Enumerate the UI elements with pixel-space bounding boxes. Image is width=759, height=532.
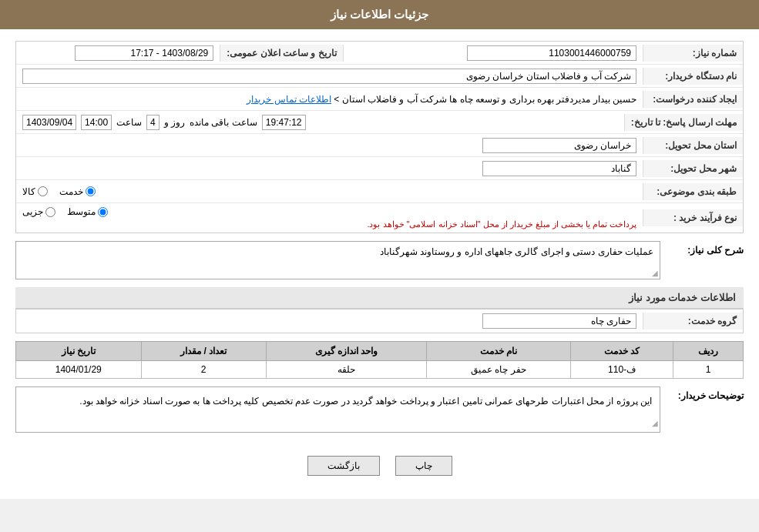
process-option-medium[interactable]: متوسط xyxy=(67,206,108,217)
reply-time-value: 14:00 xyxy=(81,115,112,130)
need-number-label: شماره نیاز: xyxy=(643,45,743,62)
requester-contact-link[interactable]: اطلاعات تماس خریدار xyxy=(247,94,331,105)
print-button[interactable]: چاپ xyxy=(395,456,452,476)
page-title: جزئیات اطلاعات نیاز xyxy=(0,0,759,29)
city-label: شهر محل تحویل: xyxy=(643,160,743,177)
col-unit: واحد اندازه گیری xyxy=(266,342,426,361)
table-row: 1ف-110حفر چاه عمیقحلقه21404/01/29 xyxy=(16,361,744,379)
requester-value: حسین بیدار مدیردفتر بهره برداری و توسعه … xyxy=(342,94,636,105)
col-qty: تعداد / مقدار xyxy=(141,342,266,361)
city-value: گناباد xyxy=(482,161,636,176)
back-button[interactable]: بازگشت xyxy=(307,456,380,476)
reply-date-value: 1403/09/04 xyxy=(22,115,76,130)
col-code: کد خدمت xyxy=(570,342,673,361)
category-label: طبقه بندی موضوعی: xyxy=(643,183,743,200)
buyer-notes-value: این پروژه از محل اعتبارات طرحهای عمرانی … xyxy=(79,396,652,407)
need-number-value: 1103001446000759 xyxy=(467,45,636,61)
announce-datetime-value: 1403/08/29 - 17:17 xyxy=(75,45,213,61)
reply-day-label: روز و xyxy=(164,117,185,128)
category-option-service[interactable]: خدمت xyxy=(59,186,96,197)
province-label: استان محل تحویل: xyxy=(643,137,743,154)
buyer-org-value: شرکت آب و فاضلاب استان خراسان رضوی xyxy=(22,69,636,84)
service-group-label: گروه خدمت: xyxy=(643,313,743,330)
requester-label: ایجاد کننده درخواست: xyxy=(643,91,743,108)
col-name: نام خدمت xyxy=(426,342,570,361)
buyer-notes-label: توضیحات خریدار: xyxy=(667,386,744,401)
reply-days-value: 4 xyxy=(146,115,160,130)
col-date: تاریخ نیاز xyxy=(16,342,142,361)
services-section-header: اطلاعات خدمات مورد نیاز xyxy=(15,287,744,309)
announce-datetime-label: تاریخ و ساعت اعلان عمومی: xyxy=(220,45,343,62)
reply-remaining-value: 19:47:12 xyxy=(262,115,306,130)
process-warning: پرداخت تمام یا بخشی از مبلغ خریدار از مح… xyxy=(22,219,636,229)
reply-remaining-label: ساعت باقی مانده xyxy=(190,117,257,128)
process-option-small[interactable]: جزیی xyxy=(22,206,55,217)
col-row: ردیف xyxy=(673,342,744,361)
province-value: خراسان رضوی xyxy=(482,138,636,153)
reply-deadline-label: مهلت ارسال پاسخ: تا تاریخ: xyxy=(624,114,743,131)
reply-time-label: ساعت xyxy=(116,117,142,128)
need-description-value: عملیات حفاری دستی و اجرای گالری جاههای ا… xyxy=(380,246,653,257)
services-table: ردیف کد خدمت نام خدمت واحد اندازه گیری ت… xyxy=(15,341,744,379)
need-description-label: شرح کلی نیاز: xyxy=(667,241,744,256)
service-group-value: حفاری چاه xyxy=(482,313,636,329)
category-option-goods[interactable]: کالا xyxy=(22,186,48,197)
buyer-org-label: نام دستگاه خریدار: xyxy=(643,68,743,85)
process-label: نوع فرآیند خرید : xyxy=(643,209,743,226)
